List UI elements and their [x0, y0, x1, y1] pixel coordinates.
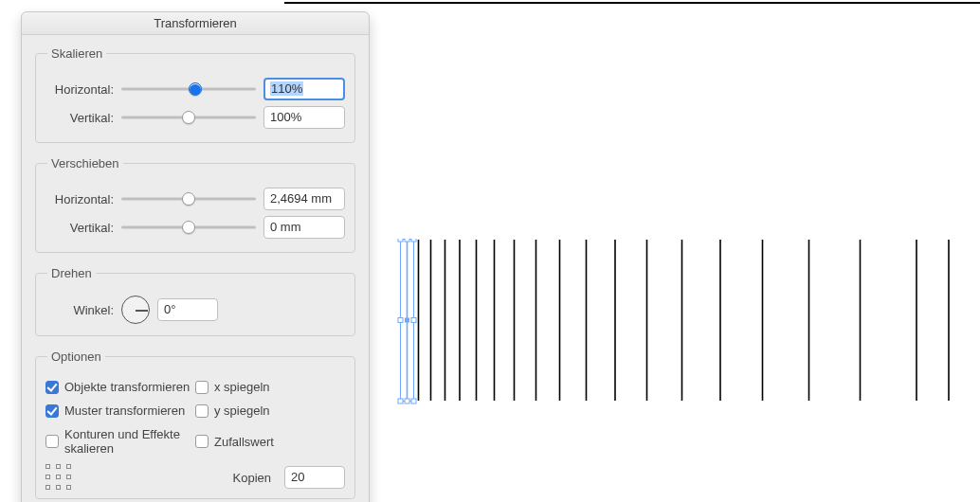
- opt-random[interactable]: Zufallswert: [195, 427, 345, 456]
- move-legend: Verschieben: [47, 156, 123, 170]
- ruler-edge: [284, 2, 980, 4]
- move-h-input[interactable]: 2,4694 mm: [263, 188, 345, 210]
- move-group: Verschieben Horizontal: 2,4694 mm Vertik…: [35, 156, 355, 253]
- angle-input[interactable]: 0°: [157, 298, 218, 321]
- move-v-input[interactable]: 0 mm: [263, 216, 345, 239]
- checkbox-icon: [195, 381, 209, 394]
- options-legend: Optionen: [47, 350, 105, 364]
- checkbox-icon: [45, 404, 59, 418]
- copies-label: Kopien: [233, 471, 271, 485]
- angle-label: Winkel:: [45, 303, 114, 317]
- opt-scale-strokes[interactable]: Konturen und Effekte skalieren: [45, 427, 195, 456]
- scale-legend: Skalieren: [47, 46, 106, 61]
- scale-h-slider[interactable]: [121, 80, 256, 99]
- svg-rect-23: [398, 399, 403, 403]
- rotate-legend: Drehen: [47, 266, 96, 280]
- scale-v-label: Vertikal:: [45, 111, 114, 125]
- svg-rect-28: [405, 399, 409, 403]
- move-v-label: Vertikal:: [45, 221, 114, 235]
- scale-group: Skalieren Horizontal: 110% Vertikal: 100…: [35, 46, 355, 143]
- transform-panel: Transformieren Skalieren Horizontal: 110…: [21, 11, 370, 502]
- svg-rect-27: [405, 239, 409, 242]
- scale-h-input[interactable]: 110%: [263, 78, 345, 100]
- panel-title: Transformieren: [22, 12, 369, 35]
- checkbox-icon: [195, 404, 209, 418]
- svg-rect-26: [411, 318, 416, 323]
- svg-rect-22: [411, 239, 416, 242]
- checkbox-icon: [45, 381, 59, 394]
- opt-mirror-x[interactable]: x spiegeln: [195, 380, 345, 394]
- rotate-group: Drehen Winkel: 0°: [35, 266, 355, 336]
- scale-v-input[interactable]: 100%: [263, 106, 345, 129]
- opt-transform-patterns[interactable]: Muster transformieren: [45, 403, 195, 418]
- angle-dial[interactable]: [121, 296, 150, 324]
- options-group: Optionen Objekte transformieren x spiege…: [35, 350, 355, 499]
- svg-rect-21: [398, 239, 403, 242]
- checkbox-icon: [45, 435, 59, 448]
- checkbox-icon: [195, 435, 209, 448]
- reference-point-selector[interactable]: [45, 464, 72, 491]
- svg-rect-29: [405, 318, 409, 323]
- scale-v-slider[interactable]: [121, 108, 256, 127]
- scale-h-label: Horizontal:: [45, 82, 114, 97]
- opt-transform-objects[interactable]: Objekte transformieren: [45, 380, 195, 394]
- artwork-group[interactable]: [396, 239, 965, 409]
- move-h-label: Horizontal:: [45, 192, 114, 206]
- svg-rect-25: [398, 318, 403, 323]
- copies-input[interactable]: 20: [284, 466, 345, 489]
- svg-rect-24: [411, 399, 416, 403]
- move-v-slider[interactable]: [121, 218, 256, 237]
- opt-mirror-y[interactable]: y spiegeln: [195, 403, 345, 418]
- move-h-slider[interactable]: [121, 189, 256, 208]
